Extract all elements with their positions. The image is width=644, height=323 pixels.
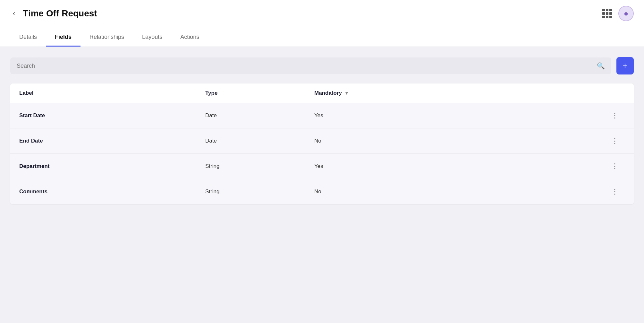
table-row: End Date Date No ⋮ — [10, 128, 634, 154]
grid-dot — [602, 16, 605, 18]
row-more-button[interactable]: ⋮ — [606, 110, 625, 121]
cell-mandatory: No — [314, 138, 606, 144]
tab-fields[interactable]: Fields — [46, 27, 80, 47]
column-header-label: Label — [19, 90, 205, 96]
sort-icon: ▼ — [344, 91, 349, 96]
search-row: 🔍 + — [10, 57, 634, 74]
cell-type: Date — [205, 138, 314, 144]
header-right: ● — [602, 6, 634, 21]
user-icon: ● — [624, 9, 629, 18]
cell-type: String — [205, 163, 314, 170]
fields-table: Label Type Mandatory ▼ Start Date Date Y… — [10, 83, 634, 204]
footer: 20 items ↕ Showing 1 to 4 of 4 ‹ 1 › — [0, 319, 644, 323]
grid-dot — [606, 12, 608, 15]
grid-dot — [606, 9, 608, 11]
tab-details[interactable]: Details — [10, 27, 46, 47]
search-input[interactable] — [17, 63, 593, 69]
tabs-bar: Details Fields Relationships Layouts Act… — [0, 27, 644, 47]
table-header-row: Label Type Mandatory ▼ — [10, 83, 634, 103]
cell-mandatory: No — [314, 188, 606, 195]
cell-label: End Date — [19, 138, 205, 144]
cell-label: Department — [19, 163, 205, 170]
avatar[interactable]: ● — [618, 6, 634, 21]
grid-dot — [609, 12, 612, 15]
header-left: ‹ Time Off Request — [10, 8, 97, 19]
cell-mandatory: Yes — [314, 112, 606, 119]
back-button[interactable]: ‹ — [10, 8, 18, 19]
grid-dot — [609, 9, 612, 11]
search-container: 🔍 — [10, 57, 611, 74]
cell-label: Start Date — [19, 112, 205, 119]
tab-actions[interactable]: Actions — [171, 27, 208, 47]
cell-label: Comments — [19, 188, 205, 195]
table-row: Start Date Date Yes ⋮ — [10, 103, 634, 128]
page-title: Time Off Request — [23, 8, 97, 19]
table-row: Department String Yes ⋮ — [10, 154, 634, 179]
tab-relationships[interactable]: Relationships — [80, 27, 133, 47]
search-icon: 🔍 — [597, 62, 605, 70]
apps-grid-icon[interactable] — [602, 9, 612, 18]
row-more-button[interactable]: ⋮ — [606, 161, 625, 172]
grid-dot — [606, 16, 608, 18]
grid-dot — [609, 16, 612, 18]
table-row: Comments String No ⋮ — [10, 179, 634, 204]
add-button[interactable]: + — [616, 57, 634, 74]
column-header-type: Type — [205, 90, 314, 96]
grid-dot — [602, 9, 605, 11]
grid-dot — [602, 12, 605, 15]
row-more-button[interactable]: ⋮ — [606, 186, 625, 197]
cell-type: Date — [205, 112, 314, 119]
header: ‹ Time Off Request ● — [0, 0, 644, 27]
tab-layouts[interactable]: Layouts — [133, 27, 171, 47]
cell-type: String — [205, 188, 314, 195]
cell-mandatory: Yes — [314, 163, 606, 170]
column-header-mandatory[interactable]: Mandatory ▼ — [314, 90, 606, 96]
content-area: 🔍 + Label Type Mandatory ▼ Start Date Da… — [0, 47, 644, 319]
row-more-button[interactable]: ⋮ — [606, 135, 625, 146]
